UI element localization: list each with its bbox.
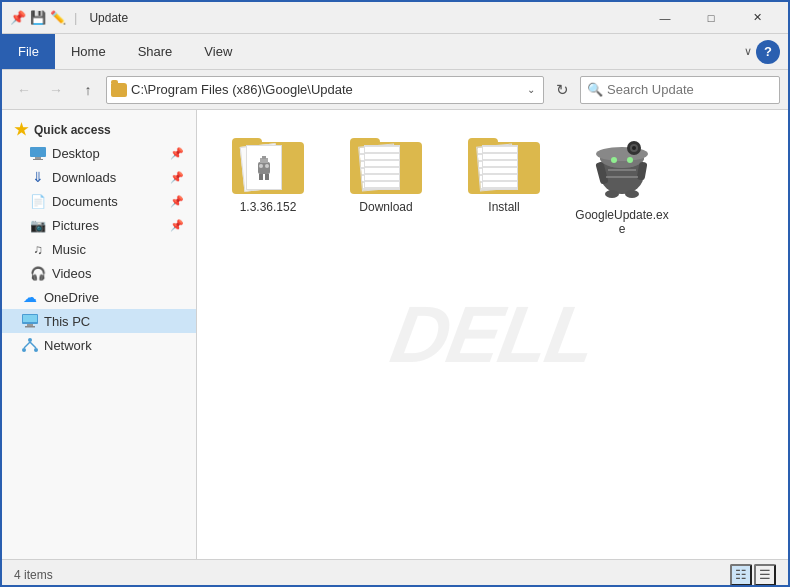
refresh-button[interactable]: ↻ <box>548 76 576 104</box>
svg-point-28 <box>611 157 617 163</box>
back-button[interactable]: ← <box>10 76 38 104</box>
desktop-icon <box>30 145 46 161</box>
network-icon <box>22 337 38 353</box>
paper-front <box>246 145 282 190</box>
address-bar: ← → ↑ ⌄ ↻ 🔍 <box>2 70 788 110</box>
onedrive-icon: ☁ <box>22 289 38 305</box>
sidebar-item-onedrive[interactable]: ☁ OneDrive <box>2 285 196 309</box>
list-item[interactable]: Install <box>449 122 559 244</box>
menu-bar: File Home Share View ∨ ? <box>2 34 788 70</box>
svg-point-25 <box>632 146 636 150</box>
folder-icon-striped-2 <box>468 130 540 194</box>
up-button[interactable]: ↑ <box>74 76 102 104</box>
tab-file[interactable]: File <box>2 34 55 69</box>
download-icon: ⇓ <box>30 169 46 185</box>
svg-point-29 <box>627 157 633 163</box>
help-button[interactable]: ? <box>756 40 780 64</box>
list-item[interactable]: GoogleUpdate.exe <box>567 122 677 244</box>
item-count: 4 items <box>14 568 53 582</box>
sidebar-item-videos[interactable]: 🎧 Videos <box>2 261 196 285</box>
address-input[interactable] <box>131 82 519 97</box>
tab-view[interactable]: View <box>188 34 248 69</box>
svg-point-8 <box>22 348 26 352</box>
sidebar: ★ Quick access Desktop 📌 ⇓ Downloads 📌 📄… <box>2 110 197 559</box>
sidebar-item-desktop[interactable]: Desktop 📌 <box>2 141 196 165</box>
minimize-button[interactable]: — <box>642 2 688 34</box>
view-icons: ☷ ☰ <box>730 564 776 586</box>
svg-rect-1 <box>35 157 41 159</box>
svg-rect-18 <box>265 174 269 180</box>
svg-line-10 <box>24 342 30 348</box>
window-controls: — □ ✕ <box>642 2 780 34</box>
sidebar-item-this-pc[interactable]: This PC <box>2 309 196 333</box>
music-label: Music <box>52 242 86 257</box>
expand-icon-area: ∨ ? <box>744 40 788 64</box>
watermark: DELL <box>384 289 601 381</box>
pin-icon-desktop: 📌 <box>170 147 184 160</box>
file-name: Download <box>359 200 412 214</box>
onedrive-label: OneDrive <box>44 290 99 305</box>
address-bar-input-wrap: ⌄ <box>106 76 544 104</box>
pictures-label: Pictures <box>52 218 99 233</box>
window-title: Update <box>89 11 642 25</box>
title-bar-icons: 📌 💾 ✏️ | <box>10 10 81 26</box>
maximize-button[interactable]: □ <box>688 2 734 34</box>
folder-icon-with-papers <box>232 130 304 194</box>
sidebar-item-downloads[interactable]: ⇓ Downloads 📌 <box>2 165 196 189</box>
paper-front <box>364 145 400 190</box>
search-wrap: 🔍 <box>580 76 780 104</box>
computer-icon <box>22 313 38 329</box>
paper-front <box>482 145 518 190</box>
list-view-button[interactable]: ☰ <box>754 564 776 586</box>
close-button[interactable]: ✕ <box>734 2 780 34</box>
this-pc-label: This PC <box>44 314 90 329</box>
folder-icon-striped-1 <box>350 130 422 194</box>
search-input[interactable] <box>607 82 775 97</box>
sidebar-item-pictures[interactable]: 📷 Pictures 📌 <box>2 213 196 237</box>
sidebar-section-quick-access[interactable]: ★ Quick access <box>2 114 196 141</box>
file-grid: 1.3.36.152 Download <box>213 122 772 244</box>
sidebar-item-music[interactable]: ♫ Music <box>2 237 196 261</box>
picture-icon: 📷 <box>30 217 46 233</box>
document-icon: 📄 <box>30 193 46 209</box>
tab-home[interactable]: Home <box>55 34 122 69</box>
search-icon: 🔍 <box>587 82 603 97</box>
file-name: 1.3.36.152 <box>240 200 297 214</box>
svg-rect-12 <box>258 162 270 174</box>
quick-access-label: Quick access <box>34 123 111 137</box>
music-icon: ♫ <box>30 241 46 257</box>
svg-rect-17 <box>259 174 263 180</box>
svg-rect-4 <box>23 315 37 322</box>
expand-chevron[interactable]: ∨ <box>744 45 752 58</box>
pin-icon-documents: 📌 <box>170 195 184 208</box>
grid-view-button[interactable]: ☷ <box>730 564 752 586</box>
content-area: DELL <box>197 110 788 559</box>
sidebar-item-network[interactable]: Network <box>2 333 196 357</box>
main-layout: ★ Quick access Desktop 📌 ⇓ Downloads 📌 📄… <box>2 110 788 559</box>
list-item[interactable]: Download <box>331 122 441 244</box>
svg-point-15 <box>259 164 263 168</box>
svg-rect-5 <box>27 324 33 326</box>
file-name: GoogleUpdate.exe <box>572 208 672 236</box>
tab-share[interactable]: Share <box>122 34 189 69</box>
videos-label: Videos <box>52 266 92 281</box>
file-name: Install <box>488 200 519 214</box>
address-dropdown-icon[interactable]: ⌄ <box>523 84 539 95</box>
list-item[interactable]: 1.3.36.152 <box>213 122 323 244</box>
svg-point-7 <box>28 338 32 342</box>
svg-point-32 <box>605 190 619 198</box>
network-label: Network <box>44 338 92 353</box>
svg-point-9 <box>34 348 38 352</box>
edit-icon: ✏️ <box>50 10 66 26</box>
title-bar: 📌 💾 ✏️ | Update — □ ✕ <box>2 2 788 34</box>
pin-icon-downloads: 📌 <box>170 171 184 184</box>
save-icon: 💾 <box>30 10 46 26</box>
documents-label: Documents <box>52 194 118 209</box>
star-icon: ★ <box>14 120 28 139</box>
forward-button[interactable]: → <box>42 76 70 104</box>
sidebar-item-documents[interactable]: 📄 Documents 📌 <box>2 189 196 213</box>
svg-rect-14 <box>262 156 266 159</box>
status-bar: 4 items ☷ ☰ <box>2 559 788 587</box>
svg-point-33 <box>625 190 639 198</box>
pin-icon-pictures: 📌 <box>170 219 184 232</box>
